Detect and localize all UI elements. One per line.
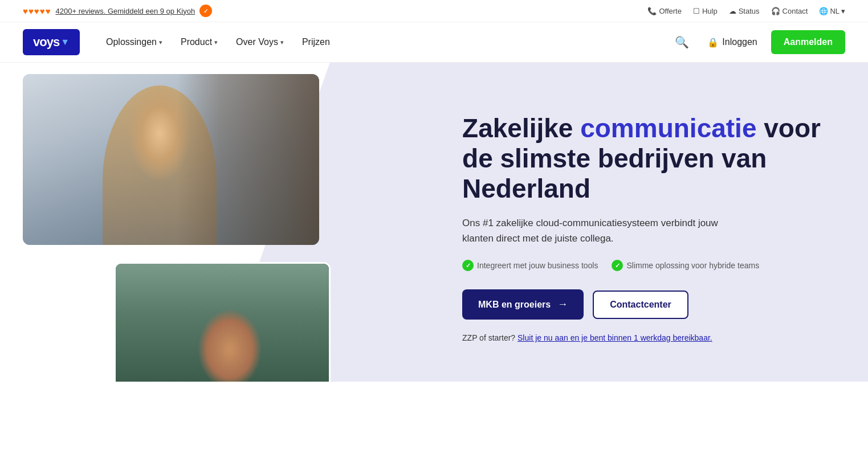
hero-buttons: MKB en groeiers → Contactcenter: [462, 289, 834, 320]
hero-subtitle: Ons #1 zakelijke cloud-communicatiesyste…: [462, 215, 736, 246]
search-button[interactable]: 🔍: [670, 31, 694, 54]
check-icon-2: ✓: [612, 260, 623, 271]
topbar-left: ♥♥♥♥♥ 4200+ reviews. Gemiddeld een 9 op …: [23, 5, 212, 17]
check-icon-1: ✓: [462, 260, 474, 271]
kiyoh-badge: ✓: [199, 5, 212, 17]
phone-icon: 📞: [647, 7, 657, 15]
logo-chevron-icon: ▼: [60, 37, 70, 47]
hero-check-2: ✓ Slimme oplossing voor hybride teams: [612, 260, 759, 271]
status-label: Status: [739, 7, 760, 15]
nav-item-oplossingen[interactable]: Oplossingen ▾: [98, 32, 170, 52]
hero-check-1: ✓ Integreert met jouw business tools: [462, 260, 598, 271]
hero-section: Zakelijke communicatie voor de slimste b…: [0, 63, 868, 382]
globe-icon: 🌐: [819, 7, 828, 15]
mkb-button[interactable]: MKB en groeiers →: [462, 289, 584, 320]
over-voys-label: Over Voys: [236, 37, 278, 47]
topbar-right: 📞 Offerte ☐ Hulp ☁ Status 🎧 Contact 🌐 NL…: [647, 7, 845, 15]
aanmelden-button[interactable]: Aanmelden: [771, 30, 845, 54]
hero-zzp-text: ZZP of starter? Sluit je nu aan en je be…: [462, 333, 834, 342]
hero-images: [0, 63, 417, 382]
contact-label: Contact: [783, 7, 808, 15]
nav-item-over-voys[interactable]: Over Voys ▾: [228, 32, 292, 52]
logo-text: voys: [33, 35, 59, 50]
topbar: ♥♥♥♥♥ 4200+ reviews. Gemiddeld een 9 op …: [0, 0, 868, 22]
hero-image-top: [23, 74, 319, 245]
login-label: Inloggen: [722, 37, 757, 47]
review-link[interactable]: 4200+ reviews. Gemiddeld een 9 op Kiyoh: [56, 7, 195, 15]
topbar-offerte[interactable]: 📞 Offerte: [647, 7, 682, 15]
hero-checks: ✓ Integreert met jouw business tools ✓ S…: [462, 260, 834, 271]
lang-label: NL: [830, 7, 840, 15]
topbar-hulp[interactable]: ☐ Hulp: [693, 7, 718, 15]
help-icon: ☐: [693, 7, 700, 15]
nav-item-product[interactable]: Product ▾: [173, 32, 226, 52]
login-button[interactable]: 🔒 Inloggen: [700, 32, 764, 52]
rating-hearts: ♥♥♥♥♥: [23, 6, 51, 16]
zzp-prefix: ZZP of starter?: [462, 333, 515, 342]
oplossingen-chevron-icon: ▾: [159, 39, 162, 46]
search-icon: 🔍: [675, 35, 689, 49]
nav-links: Oplossingen ▾ Product ▾ Over Voys ▾ Prij…: [98, 32, 670, 52]
hero-title-part1: Zakelijke: [462, 113, 580, 143]
topbar-contact[interactable]: 🎧 Contact: [771, 7, 808, 15]
offerte-label: Offerte: [659, 7, 682, 15]
nav-item-prijzen[interactable]: Prijzen: [294, 32, 338, 52]
lang-chevron-icon: ▾: [841, 7, 845, 15]
hero-title: Zakelijke communicatie voor de slimste b…: [462, 113, 834, 204]
zzp-link[interactable]: Sluit je nu aan en je bent binnen 1 werk…: [517, 333, 712, 342]
arrow-icon: →: [557, 298, 568, 310]
prijzen-label: Prijzen: [302, 37, 330, 47]
mkb-button-label: MKB en groeiers: [478, 300, 551, 310]
hero-image-top-inner: [23, 74, 319, 245]
oplossingen-label: Oplossingen: [106, 37, 157, 47]
hero-image-bottom: [114, 262, 331, 382]
product-label: Product: [181, 37, 212, 47]
logo[interactable]: voys ▼: [23, 29, 80, 55]
contactcenter-button[interactable]: Contactcenter: [593, 291, 688, 319]
hero-content: Zakelijke communicatie voor de slimste b…: [417, 63, 868, 382]
hulp-label: Hulp: [702, 7, 718, 15]
lock-icon: 🔒: [707, 37, 719, 48]
cloud-icon: ☁: [729, 7, 736, 15]
product-chevron-icon: ▾: [214, 39, 218, 46]
hero-title-accent: communicatie: [580, 113, 756, 143]
check-text-1: Integreert met jouw business tools: [477, 261, 598, 270]
language-selector[interactable]: 🌐 NL ▾: [819, 7, 845, 15]
check-text-2: Slimme oplossing voor hybride teams: [626, 261, 759, 270]
headset-icon: 🎧: [771, 7, 780, 15]
over-voys-chevron-icon: ▾: [280, 39, 284, 46]
nav-right: 🔍 🔒 Inloggen Aanmelden: [670, 30, 845, 54]
navbar: voys ▼ Oplossingen ▾ Product ▾ Over Voys…: [0, 22, 868, 63]
topbar-status[interactable]: ☁ Status: [729, 7, 760, 15]
